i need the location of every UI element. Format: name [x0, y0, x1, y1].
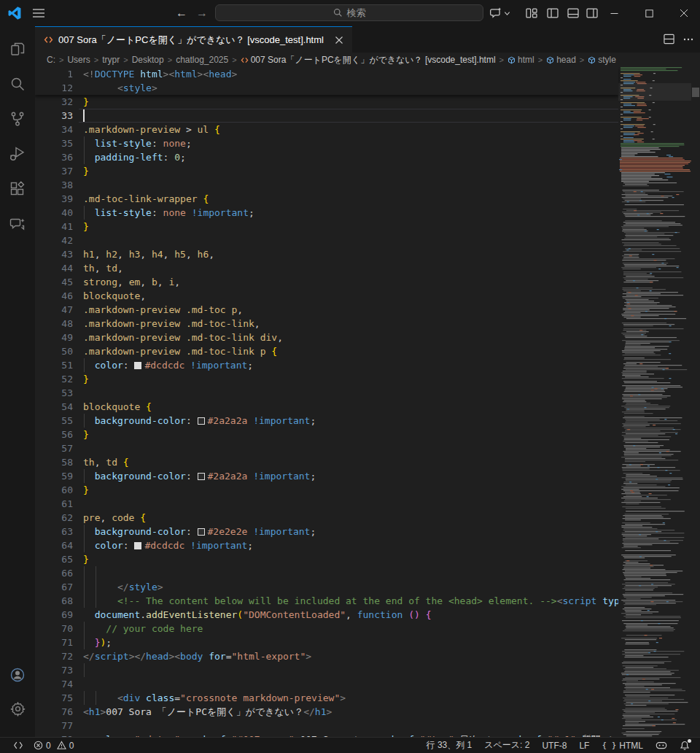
tab-active[interactable]: 007 Sora「ノートPCを開く」ができない？ [vscode_test].h… [35, 26, 352, 53]
code-line[interactable]: 33 [35, 109, 618, 123]
split-editor-icon[interactable] [663, 33, 675, 45]
code-line[interactable]: 57 [35, 441, 618, 455]
color-swatch[interactable] [134, 362, 141, 369]
problems-indicator[interactable]: 0 0 [34, 741, 74, 751]
sidebar-item-run-debug[interactable] [0, 137, 35, 171]
code-line[interactable]: 45strong, em, b, i, [35, 275, 618, 289]
code-line[interactable]: 40 list-style: none !important; [35, 206, 618, 220]
breadcrumb-item[interactable]: chatlog_2025 [176, 55, 228, 65]
code-line[interactable]: 41} [35, 220, 618, 233]
close-window-button[interactable] [668, 0, 700, 26]
copilot-button[interactable] [489, 6, 514, 20]
code-line[interactable]: 1<!DOCTYPE html><html><head> [35, 67, 618, 81]
code-line[interactable]: 47.markdown-preview .md-toc p, [35, 303, 618, 317]
code-line[interactable]: 75 <div class="crossnote markdown-previe… [35, 691, 618, 705]
code-line[interactable]: 43h1, h2, h3, h4, h5, h6, [35, 247, 618, 261]
nav-back-icon[interactable]: ← [174, 5, 190, 21]
code-line[interactable]: 36 padding-left: 0; [35, 150, 618, 164]
code-line[interactable]: 42 [35, 233, 618, 247]
code-line[interactable]: 38 [35, 178, 618, 192]
cursor-position[interactable]: 行 33、列 1 [427, 739, 472, 752]
code-line[interactable]: 49.markdown-preview .md-toc-link div, [35, 331, 618, 344]
copilot-status[interactable] [656, 741, 667, 751]
breadcrumb-item[interactable]: html [508, 55, 534, 65]
sidebar-item-extensions[interactable] [0, 172, 35, 206]
code-line[interactable]: 70 // your code here [35, 622, 618, 636]
sidebar-item-source-control[interactable] [0, 102, 35, 136]
code-line[interactable]: 74 [35, 677, 618, 691]
toggle-panel-icon[interactable] [567, 7, 580, 20]
color-swatch[interactable] [198, 473, 205, 480]
settings-button[interactable] [0, 692, 35, 725]
minimap-slider[interactable] [618, 83, 691, 101]
color-swatch[interactable] [134, 542, 141, 549]
code-line[interactable]: 60} [35, 483, 618, 497]
code-line[interactable]: 51 color: #dcdcdc !important; [35, 358, 618, 372]
code-line[interactable]: 32} [35, 95, 618, 109]
toggle-secondary-sidebar-icon[interactable] [586, 7, 599, 20]
search-input[interactable]: 検索 [215, 4, 483, 21]
encoding[interactable]: UTF-8 [542, 741, 567, 751]
breadcrumb-item[interactable]: trypr [102, 55, 120, 65]
breadcrumb-item[interactable]: Users [67, 55, 90, 65]
code-line[interactable]: 53 [35, 386, 618, 400]
breadcrumb-item[interactable]: head [546, 55, 576, 65]
code-line[interactable]: 65} [35, 552, 618, 566]
color-swatch[interactable] [198, 417, 205, 425]
eol-sequence[interactable]: LF [579, 741, 589, 751]
color-swatch[interactable] [198, 528, 205, 536]
tab-close-button[interactable] [333, 34, 345, 46]
breadcrumb-item[interactable]: Desktop [132, 55, 164, 65]
indentation[interactable]: スペース: 2 [484, 739, 529, 752]
code-line[interactable]: 56} [35, 428, 618, 441]
code-line[interactable]: 72</script></head><body for="html-export… [35, 649, 618, 663]
toggle-primary-sidebar-icon[interactable] [546, 7, 559, 20]
sticky-scroll[interactable]: 1<!DOCTYPE html><html><head>12 <style> [35, 67, 618, 95]
code-line[interactable]: 63 background-color: #2e2e2e !important; [35, 525, 618, 538]
code-line[interactable]: 76<h1>007 Sora 「ノートPCを開く」ができない？</h1> [35, 705, 618, 719]
account-button[interactable] [0, 658, 35, 692]
notifications[interactable] [680, 741, 690, 751]
code-line[interactable]: 34.markdown-preview > ul { [35, 123, 618, 136]
sidebar-item-search[interactable] [0, 67, 35, 101]
code-line[interactable]: 48.markdown-preview .md-toc-link, [35, 317, 618, 331]
code-line[interactable]: 61 [35, 497, 618, 511]
code-line[interactable]: 58th, td { [35, 455, 618, 469]
code-line[interactable]: 54blockquote { [35, 400, 618, 414]
code-line[interactable]: 52} [35, 372, 618, 386]
code-line[interactable]: 59 background-color: #2a2a2a !important; [35, 469, 618, 483]
minimize-button[interactable] [598, 0, 630, 26]
more-actions-icon[interactable] [682, 34, 694, 45]
code-line[interactable]: 62pre, code { [35, 511, 618, 525]
code-line[interactable]: 12 <style> [35, 81, 618, 95]
language-mode[interactable]: { } HTML [602, 741, 643, 751]
code-line[interactable]: 73 [35, 663, 618, 677]
breadcrumb-item[interactable]: 007 Sora「ノートPCを開く」ができない？ [vscode_test].h… [241, 54, 496, 66]
code-line[interactable]: 39.md-toc-link-wrapper { [35, 192, 618, 206]
sidebar-item-chat[interactable] [0, 207, 35, 241]
customize-layout-icon[interactable] [525, 7, 538, 20]
code-line[interactable]: 67 </style> [35, 580, 618, 594]
code-line[interactable]: 46blockquote, [35, 289, 618, 303]
code-line[interactable]: 55 background-color: #2a2a2a !important; [35, 414, 618, 428]
code-editor[interactable]: 32}3334.markdown-preview > ul {35 list-s… [35, 67, 700, 737]
nav-forward-icon[interactable]: → [194, 5, 210, 21]
code-area[interactable]: 32}3334.markdown-preview > ul {35 list-s… [35, 95, 618, 737]
scrollbar-thumb[interactable] [692, 88, 699, 97]
code-line[interactable]: 77 [35, 719, 618, 733]
code-line[interactable]: 35 list-style: none; [35, 136, 618, 150]
breadcrumb-item[interactable]: style [588, 55, 616, 65]
minimap[interactable] [618, 67, 691, 737]
code-line[interactable]: 66 [35, 566, 618, 580]
remote-indicator[interactable] [9, 741, 28, 750]
vertical-scrollbar[interactable] [691, 67, 700, 737]
code-line[interactable]: 64 color: #dcdcdc !important; [35, 538, 618, 552]
code-line[interactable]: 69 document.addEventListener("DOMContent… [35, 608, 618, 622]
menu-icon[interactable] [32, 7, 45, 19]
code-line[interactable]: 44th, td, [35, 261, 618, 275]
code-line[interactable]: 50.markdown-preview .md-toc-link p { [35, 344, 618, 358]
code-line[interactable]: 71 }); [35, 636, 618, 649]
code-line[interactable]: 68 <!-- The content below will be includ… [35, 594, 618, 608]
code-line[interactable]: 37} [35, 164, 618, 178]
maximize-button[interactable] [633, 0, 665, 26]
